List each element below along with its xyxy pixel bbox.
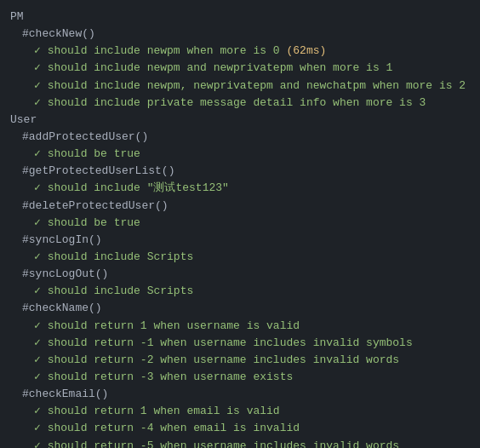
test-text-1: should include newpm when more is 0 (41, 44, 287, 57)
method-deleteProtectedUser: #deleteProtectedUser() (10, 198, 470, 215)
checkmark-10: ✓ (34, 319, 41, 332)
checkmark-2: ✓ (34, 61, 41, 74)
checkmark-8: ✓ (34, 250, 41, 263)
test-result-12: ✓ should return -2 when username include… (10, 352, 470, 369)
checkmark-7: ✓ (34, 216, 41, 229)
section-pm-label: PM (10, 9, 470, 26)
method-addProtectedUser: #addProtectedUser() (10, 129, 470, 146)
checkmark-4: ✓ (34, 96, 41, 109)
method-syncLogOut: #syncLogOut() (10, 266, 470, 283)
checkmark-14: ✓ (34, 405, 41, 417)
method-getProtectedUserList: #getProtectedUserList() (10, 163, 470, 180)
checkmark-3: ✓ (34, 79, 41, 92)
test-result-11: ✓ should return -1 when username include… (10, 335, 470, 352)
checkmark-1: ✓ (34, 44, 41, 57)
checkmark-12: ✓ (34, 353, 41, 366)
test-output: PM #checkNew() ✓ should include newpm wh… (10, 9, 470, 448)
test-result-10: ✓ should return 1 when username is valid (10, 318, 470, 335)
test-result-4: ✓ should include private message detail … (10, 95, 470, 112)
checkmark-13: ✓ (34, 370, 41, 383)
test-result-9: ✓ should include Scripts (10, 283, 470, 300)
test-result-1: ✓ should include newpm when more is 0 (6… (10, 43, 470, 60)
test-result-7: ✓ should be true (10, 215, 470, 232)
method-checkEmail: #checkEmail() (10, 386, 470, 403)
checkmark-9: ✓ (34, 284, 41, 297)
test-result-6: ✓ should include "测试test123" (10, 180, 470, 197)
method-checkNew: #checkNew() (10, 26, 470, 43)
method-checkName: #checkName() (10, 300, 470, 317)
test-result-8: ✓ should include Scripts (10, 249, 470, 266)
test-result-13: ✓ should return -3 when username exists (10, 369, 470, 386)
test-result-5: ✓ should be true (10, 146, 470, 163)
section-user-label: User (10, 112, 470, 129)
checkmark-11: ✓ (34, 336, 41, 349)
checkmark-6: ✓ (34, 181, 41, 194)
method-syncLogIn: #syncLogIn() (10, 232, 470, 249)
test-result-15: ✓ should return -4 when email is invalid (10, 420, 470, 437)
test-result-16: ✓ should return -5 when username include… (10, 438, 470, 448)
checkmark-16: ✓ (34, 439, 41, 448)
test-result-3: ✓ should include newpm, newprivatepm and… (10, 78, 470, 95)
test-result-14: ✓ should return 1 when email is valid (10, 403, 470, 420)
checkmark-5: ✓ (34, 147, 41, 160)
timing-1: (62ms) (286, 44, 326, 57)
test-result-2: ✓ should include newpm and newprivatepm … (10, 60, 470, 77)
checkmark-15: ✓ (34, 422, 41, 434)
